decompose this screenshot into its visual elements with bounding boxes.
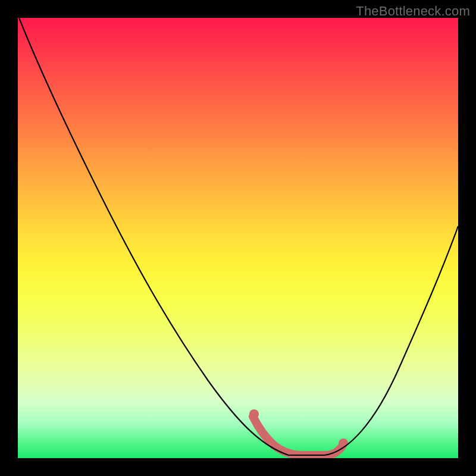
main-curve — [19, 18, 458, 455]
highlight-dot — [249, 409, 259, 419]
watermark-text: TheBottleneck.com — [356, 4, 470, 19]
chart-plot-area — [18, 18, 458, 458]
highlight-curve — [253, 416, 342, 455]
highlight-dot — [339, 439, 348, 448]
bottleneck-curve-svg — [18, 18, 458, 458]
